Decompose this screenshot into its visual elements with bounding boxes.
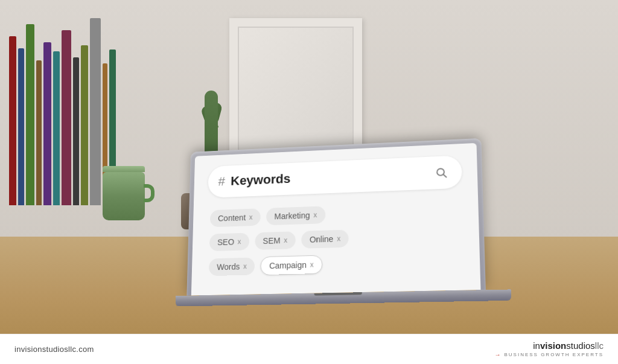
tag-campaign-label: Campaign	[269, 260, 307, 270]
logo-vision: vision	[540, 340, 566, 351]
tag-marketing-label: Marketing	[274, 211, 310, 221]
tag-seo-label: SEO	[217, 237, 234, 247]
svg-line-1	[444, 174, 447, 177]
logo-studios: studios	[566, 340, 595, 351]
tag-content-label: Content	[218, 213, 246, 223]
logo-in: in	[533, 340, 540, 351]
tag-words-label: Words	[217, 262, 240, 272]
tag-content-remove[interactable]: x	[249, 213, 253, 221]
tag-marketing-remove[interactable]: x	[313, 211, 317, 219]
laptop: # Keywords Content x Marke	[175, 139, 489, 304]
logo-tagline: → BUSINESS GROWTH EXPERTS	[494, 351, 604, 358]
logo-llc: llc	[595, 340, 604, 351]
coffee-mug	[103, 166, 148, 220]
tag-campaign-remove[interactable]: x	[310, 261, 314, 269]
tag-marketing[interactable]: Marketing x	[266, 206, 325, 225]
tag-words[interactable]: Words x	[209, 257, 255, 276]
tags-row-2: SEO x SEM x Online x	[209, 226, 460, 252]
tag-content[interactable]: Content x	[210, 208, 261, 227]
logo-tagline-text: BUSINESS GROWTH EXPERTS	[504, 352, 604, 357]
tags-row-3: Words x Campaign x	[209, 251, 462, 276]
search-icon[interactable]	[431, 163, 451, 182]
logo-arrow-icon: →	[494, 351, 502, 358]
tag-seo-remove[interactable]: x	[238, 238, 241, 246]
laptop-hinge	[314, 292, 362, 295]
tag-sem[interactable]: SEM x	[255, 231, 296, 250]
logo-name: invisionstudiosllc	[533, 341, 604, 350]
tag-seo[interactable]: SEO x	[209, 233, 249, 251]
tag-campaign[interactable]: Campaign x	[260, 255, 322, 276]
company-logo: invisionstudiosllc → BUSINESS GROWTH EXP…	[494, 341, 604, 358]
tag-online-remove[interactable]: x	[337, 235, 340, 243]
search-bar[interactable]: # Keywords	[208, 155, 462, 198]
laptop-screen-content: # Keywords Content x Marke	[191, 143, 481, 296]
tags-row-1: Content x Marketing x	[210, 201, 460, 227]
laptop-screen: # Keywords Content x Marke	[186, 138, 486, 296]
tag-online-label: Online	[310, 234, 334, 244]
bottom-bar: invisionstudiosllc.com invisionstudiosll…	[0, 334, 618, 364]
tag-sem-remove[interactable]: x	[284, 236, 287, 244]
tags-container: Content x Marketing x SEO x SEM	[206, 201, 464, 276]
hash-icon: #	[218, 176, 225, 188]
tag-online[interactable]: Online x	[301, 229, 349, 248]
tag-words-remove[interactable]: x	[243, 263, 247, 271]
search-keywords-text: Keywords	[231, 165, 425, 188]
tag-sem-label: SEM	[263, 236, 280, 246]
website-url: invisionstudiosllc.com	[14, 345, 94, 354]
